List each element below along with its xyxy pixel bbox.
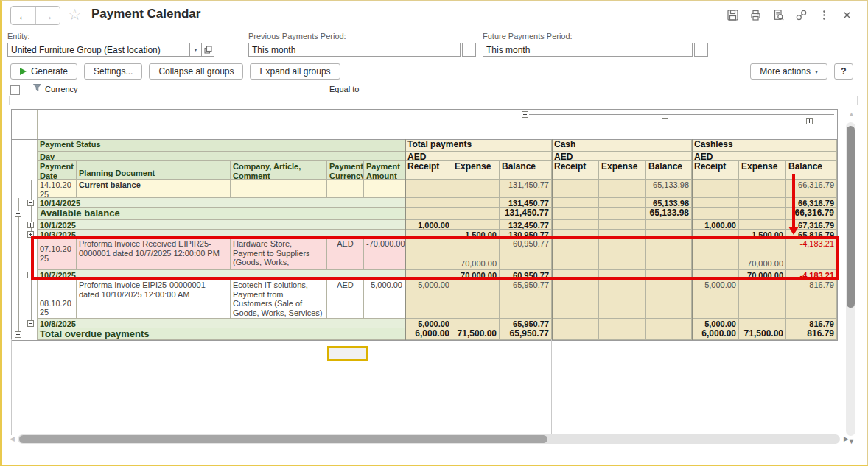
entity-input[interactable]: United Furniture Group (East location)	[7, 43, 190, 57]
settings-button[interactable]: Settings...	[84, 63, 142, 80]
cell-total-receipt[interactable]	[405, 198, 452, 208]
cell-total-receipt[interactable]: 5,000.00	[405, 319, 452, 328]
filter-field-label[interactable]: Currency	[45, 85, 78, 93]
header-payment-amount[interactable]: Payment Amount	[364, 161, 405, 180]
cell-cashless-balance[interactable]: -4,183.21	[786, 270, 837, 280]
filter-value-strip[interactable]	[9, 96, 858, 105]
cell-total-expense[interactable]: 1,500.00	[452, 230, 500, 239]
cell-total-receipt[interactable]: 5,000.00	[405, 280, 452, 319]
collapse-group-box[interactable]	[27, 200, 34, 206]
cell-planning-document[interactable]: Proforma Invoice EIPI25-00000001 dated 1…	[77, 280, 231, 319]
back-button[interactable]: ←	[11, 7, 36, 24]
selected-cell[interactable]	[327, 346, 368, 361]
cell-total-expense[interactable]: 70,000.00	[452, 270, 500, 280]
cell-cash-balance[interactable]: 65,133.98	[646, 180, 692, 198]
cell-total-balance[interactable]: 65,950.77	[500, 319, 552, 328]
previous-period-input[interactable]: This month	[248, 43, 461, 57]
cell-cash-expense[interactable]	[599, 239, 646, 270]
cell-total-expense[interactable]	[452, 319, 500, 328]
expand-group-box[interactable]	[806, 118, 813, 124]
cell-total-balance[interactable]: 131,450.77	[500, 208, 552, 220]
cell-cash-expense[interactable]	[599, 270, 646, 280]
horizontal-scrollbar[interactable]	[18, 434, 840, 444]
cell-total-receipt[interactable]	[405, 270, 452, 280]
cell-payment-amount[interactable]: 5,000.00	[364, 280, 405, 319]
print-button[interactable]	[749, 8, 762, 21]
header-payment-currency[interactable]: Payment Currency	[327, 161, 364, 180]
cell-cashless-receipt[interactable]	[692, 270, 739, 280]
cell-cashless-receipt[interactable]	[692, 239, 739, 270]
header-company[interactable]: Company, Article, Comment	[231, 161, 327, 180]
cell-payment-date[interactable]: 07.10.2025	[38, 239, 77, 270]
header-group-total-payments[interactable]: Total payments	[405, 139, 552, 152]
cell-total-expense[interactable]	[452, 198, 500, 208]
collapse-group-box[interactable]	[27, 272, 34, 278]
expand-group-box[interactable]	[662, 118, 668, 124]
generate-button[interactable]: Generate	[10, 63, 77, 80]
cell-cash-receipt[interactable]	[552, 230, 599, 239]
header-currency-cash[interactable]: AED	[552, 152, 692, 161]
cell-cashless-expense[interactable]: 71,500.00	[739, 328, 786, 340]
vertical-scrollbar-thumb[interactable]	[847, 126, 855, 308]
cell-cashless-receipt[interactable]: 6,000.00	[692, 328, 739, 340]
cell-cash-expense[interactable]	[599, 328, 646, 340]
header-planning-document[interactable]: Planning Document	[77, 161, 231, 180]
cell-cash-receipt[interactable]	[552, 220, 599, 230]
cell-cash-expense[interactable]	[599, 319, 646, 328]
cell-total-receipt[interactable]	[405, 208, 452, 220]
cell-cash-expense[interactable]	[599, 280, 646, 319]
cell-total-expense[interactable]	[452, 280, 500, 319]
cell-cashless-expense[interactable]	[739, 198, 786, 208]
cell-cash-expense[interactable]	[599, 208, 646, 220]
cell-total-balance[interactable]: 65,950.77	[500, 328, 552, 340]
cell-total-receipt[interactable]	[405, 239, 452, 270]
forward-button[interactable]: →	[36, 7, 60, 24]
scroll-down-arrow[interactable]: ▼	[848, 439, 855, 445]
header-balance[interactable]: Balance	[646, 161, 692, 180]
cell-payment-amount[interactable]: -70,000.00	[364, 239, 405, 270]
cell-cash-receipt[interactable]	[552, 270, 599, 280]
header-balance[interactable]: Balance	[500, 161, 552, 180]
more-menu-button[interactable]	[817, 8, 830, 21]
cell-payment-currency[interactable]: AED	[327, 280, 364, 319]
cell-total-receipt[interactable]	[405, 180, 452, 198]
print-preview-button[interactable]	[771, 8, 785, 21]
cell-total-balance[interactable]: 131,450.77	[500, 180, 552, 198]
cell-cashless-expense[interactable]	[739, 319, 786, 328]
cell-total-balance[interactable]: 60,950.77	[500, 239, 552, 270]
save-button[interactable]	[726, 8, 739, 21]
cell-cash-receipt[interactable]	[552, 180, 599, 198]
cell-company[interactable]	[231, 180, 327, 198]
cell-group-label[interactable]: Available balance	[38, 208, 405, 220]
header-payment-status[interactable]: Payment Status	[38, 139, 405, 152]
cell-cash-balance[interactable]	[646, 319, 692, 328]
help-button[interactable]: ?	[834, 63, 853, 80]
cell-total-balance[interactable]: 60,950.77	[500, 270, 552, 280]
cell-day[interactable]: 10/1/2025	[38, 220, 405, 230]
cell-cashless-expense[interactable]	[739, 280, 786, 319]
cell-cashless-balance[interactable]: 816.79	[786, 319, 837, 328]
collapse-group-box[interactable]	[15, 331, 21, 338]
cell-cash-balance[interactable]	[646, 280, 692, 319]
expand-group-box[interactable]	[27, 222, 34, 228]
cell-cashless-receipt[interactable]: 5,000.00	[692, 280, 739, 319]
cell-planning-document[interactable]: Proforma Invoice Received EIPIR25-000000…	[77, 239, 231, 270]
cell-day[interactable]: 10/7/2025	[38, 270, 405, 280]
cell-cash-receipt[interactable]	[552, 239, 599, 270]
cell-cashless-balance[interactable]: -4,183.21	[786, 239, 837, 270]
cell-cashless-expense[interactable]	[739, 220, 786, 230]
cell-group-label[interactable]: Total overdue payments	[38, 328, 405, 340]
cell-total-receipt[interactable]: 6,000.00	[405, 328, 452, 340]
header-expense[interactable]: Expense	[739, 161, 786, 180]
cell-cashless-receipt[interactable]: 1,000.00	[692, 220, 739, 230]
cell-cashless-receipt[interactable]	[692, 180, 739, 198]
cell-cash-receipt[interactable]	[552, 280, 599, 319]
cell-cashless-expense[interactable]	[739, 208, 786, 220]
cell-total-balance[interactable]: 132,450.77	[500, 220, 552, 230]
cell-payment-date[interactable]: 14.10.2025	[38, 180, 77, 198]
cell-cashless-balance[interactable]: 816.79	[786, 328, 837, 340]
collapse-group-box[interactable]	[522, 111, 528, 118]
cell-cashless-balance[interactable]: 816.79	[786, 280, 837, 319]
cell-total-balance[interactable]: 65,950.77	[500, 280, 552, 319]
future-period-input[interactable]: This month	[483, 43, 693, 57]
